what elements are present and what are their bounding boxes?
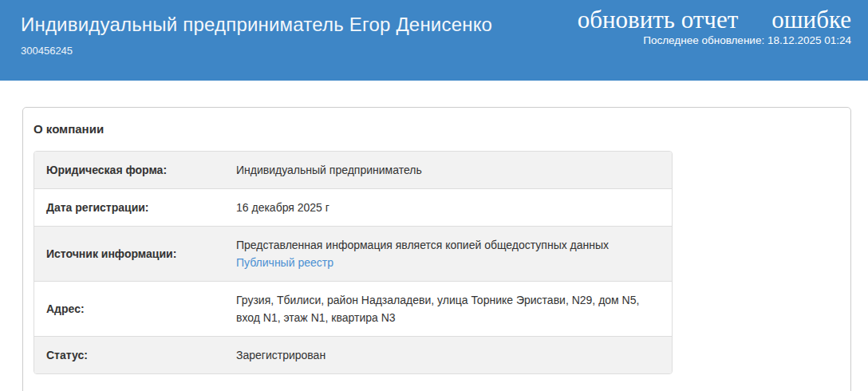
row-label: Источник информации:: [34, 227, 224, 282]
header-left: Индивидуальный предприниматель Егор Дени…: [21, 0, 492, 81]
public-registry-link[interactable]: Публичный реестр: [236, 254, 660, 271]
row-value: 16 декабря 2025 г: [236, 201, 329, 214]
table-row: Статус: Зарегистрирован: [34, 337, 672, 374]
row-value: Индивидуальный предприниматель: [236, 164, 422, 176]
page-header: Индивидуальный предприниматель Егор Дени…: [0, 0, 868, 81]
company-info-table-body: Юридическая форма: Индивидуальный предпр…: [34, 152, 672, 373]
company-id: 300456245: [21, 45, 492, 57]
company-info-table: Юридическая форма: Индивидуальный предпр…: [34, 152, 672, 373]
row-value: Грузия, Тбилиси, район Надзаладеви, улиц…: [236, 294, 639, 324]
row-value: Зарегистрирован: [236, 349, 326, 361]
row-value: Представленная информация является копие…: [236, 239, 609, 251]
last-update-text: Последнее обновление: 18.12.2025 01:24: [578, 34, 851, 46]
card-title: О компании: [34, 122, 839, 136]
report-error-link[interactable]: ошибке: [771, 6, 851, 34]
row-label: Юридическая форма:: [34, 152, 224, 189]
row-label: Статус:: [34, 337, 224, 374]
table-row: Адрес: Грузия, Тбилиси, район Надзаладев…: [34, 282, 672, 337]
table-row: Дата регистрации: 16 декабря 2025 г: [34, 189, 672, 227]
company-info-table-wrap: Юридическая форма: Индивидуальный предпр…: [34, 151, 673, 374]
row-label: Адрес:: [34, 282, 224, 337]
header-right: обновить отчет ошибке Последнее обновлен…: [578, 0, 851, 81]
main-content: О компании Юридическая форма: Индивидуал…: [0, 81, 868, 391]
about-company-card: О компании Юридическая форма: Индивидуал…: [22, 107, 851, 391]
row-label: Дата регистрации:: [34, 189, 224, 227]
table-row: Юридическая форма: Индивидуальный предпр…: [34, 152, 672, 189]
refresh-report-link[interactable]: обновить отчет: [578, 6, 739, 34]
table-row: Источник информации: Представленная инфо…: [34, 227, 672, 282]
header-links: обновить отчет ошибке: [578, 6, 851, 34]
page-title: Индивидуальный предприниматель Егор Дени…: [21, 14, 492, 36]
